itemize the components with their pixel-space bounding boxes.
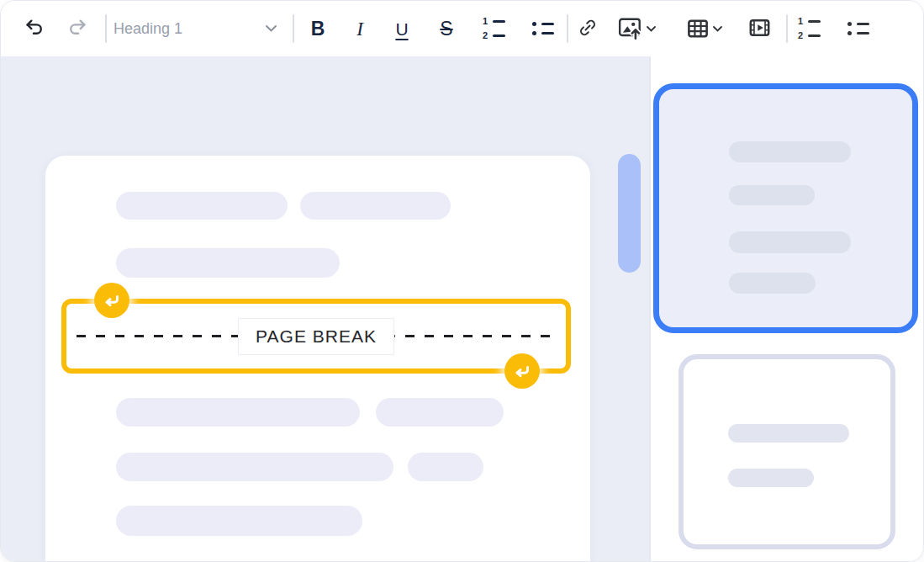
- toolbar-divider: [567, 14, 568, 43]
- page-break-handle-top[interactable]: [94, 283, 129, 318]
- ordered-list-button[interactable]: 1 2: [477, 12, 510, 45]
- bullet-list-icon: [847, 22, 869, 35]
- image-upload-icon: [618, 17, 643, 40]
- insert-table-button[interactable]: [678, 12, 731, 45]
- bullet-list-button[interactable]: [525, 12, 559, 45]
- text-placeholder-line: [116, 453, 393, 481]
- return-arrow-icon: [513, 363, 531, 379]
- bullet-list-icon: [531, 22, 554, 35]
- thumbnail-text-line: [728, 469, 814, 487]
- chevron-down-icon: [266, 25, 277, 32]
- bold-button[interactable]: B: [301, 12, 335, 45]
- ordered-list-button-2[interactable]: 1 2: [792, 12, 826, 45]
- return-arrow-icon: [103, 293, 121, 309]
- redo-button[interactable]: [60, 12, 93, 45]
- toolbar-divider: [293, 14, 294, 43]
- page-thumbnails-sidebar: [651, 56, 923, 561]
- link-icon: [578, 18, 598, 40]
- insert-link-button[interactable]: [571, 12, 605, 45]
- text-placeholder-line: [116, 248, 340, 278]
- chevron-down-icon: [713, 26, 722, 32]
- toolbar-divider: [105, 14, 107, 43]
- ordered-list-icon: 1 2: [482, 17, 505, 40]
- scrollbar-thumb[interactable]: [618, 154, 641, 273]
- insert-video-button[interactable]: [742, 12, 776, 45]
- insert-image-button[interactable]: [610, 12, 663, 45]
- editor-window: Heading 1 B I U S 1 2: [0, 0, 924, 562]
- text-placeholder-line: [408, 453, 483, 481]
- chevron-down-icon: [647, 26, 656, 32]
- toolbar-divider: [786, 14, 788, 43]
- toolbar: Heading 1 B I U S 1 2: [1, 1, 923, 56]
- page-break-block[interactable]: PAGE BREAK: [61, 299, 571, 374]
- thumbnail-text-line: [729, 185, 815, 205]
- page-thumbnail-2[interactable]: [678, 354, 895, 549]
- text-placeholder-line: [116, 506, 362, 536]
- heading-style-dropdown[interactable]: Heading 1: [114, 9, 292, 48]
- italic-icon: I: [356, 19, 363, 39]
- italic-button[interactable]: I: [343, 12, 377, 45]
- editor-canvas: PAGE BREAK: [1, 56, 651, 561]
- bullet-list-button-2[interactable]: [841, 12, 874, 45]
- text-placeholder-line: [300, 192, 451, 220]
- heading-style-value: Heading 1: [114, 20, 182, 38]
- undo-icon: [24, 17, 45, 40]
- text-placeholder-line: [376, 398, 504, 427]
- bold-icon: B: [311, 19, 325, 39]
- sidebar-divider: [649, 56, 651, 561]
- strikethrough-icon: S: [440, 19, 452, 39]
- undo-button[interactable]: [18, 12, 51, 45]
- strikethrough-button[interactable]: S: [430, 12, 463, 45]
- page-thumbnail-1[interactable]: [653, 83, 918, 333]
- thumbnail-text-line: [728, 424, 849, 443]
- ordered-list-icon: 1 2: [797, 17, 821, 40]
- underline-button[interactable]: U: [385, 12, 419, 45]
- table-icon: [687, 19, 709, 39]
- page-break-label: PAGE BREAK: [238, 318, 394, 355]
- page-break-handle-bottom[interactable]: [504, 353, 540, 389]
- thumbnail-text-line: [729, 231, 851, 253]
- text-placeholder-line: [116, 192, 288, 220]
- thumbnail-text-line: [729, 141, 851, 162]
- video-icon: [748, 18, 771, 40]
- text-placeholder-line: [116, 398, 360, 427]
- thumbnail-text-line: [729, 273, 816, 294]
- underline-icon: U: [395, 20, 408, 38]
- redo-icon: [66, 17, 87, 40]
